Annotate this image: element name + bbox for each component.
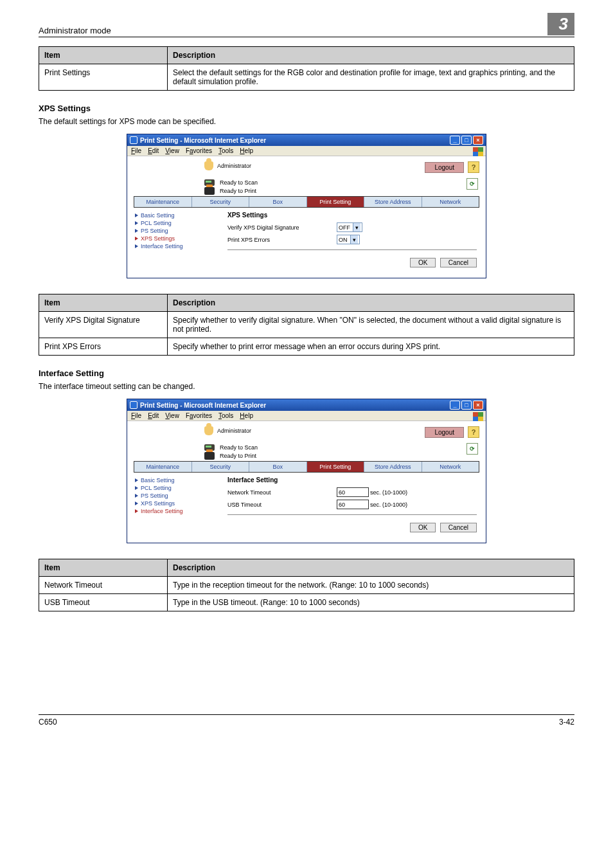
- tab-box[interactable]: Box: [249, 197, 307, 207]
- tab-maintenance[interactable]: Maintenance: [134, 462, 192, 472]
- tab-security[interactable]: Security: [192, 197, 250, 207]
- cell-item: Print XPS Errors: [39, 338, 168, 356]
- maximize-icon[interactable]: □: [461, 136, 472, 145]
- col-description: Description: [168, 47, 574, 64]
- chevron-right-icon: [135, 502, 138, 505]
- menu-view[interactable]: View: [165, 147, 179, 154]
- nav-pcl-setting[interactable]: PCL Setting: [134, 484, 224, 492]
- menu-file[interactable]: File: [131, 412, 141, 419]
- logout-button[interactable]: Logout: [425, 162, 464, 173]
- tab-security[interactable]: Security: [192, 462, 250, 472]
- refresh-button[interactable]: ⟳: [466, 443, 478, 455]
- cell-desc: Select the default settings for the RGB …: [168, 64, 574, 91]
- logout-button[interactable]: Logout: [425, 427, 464, 438]
- menu-tools[interactable]: Tools: [218, 412, 233, 419]
- panel-title: Interface Setting: [227, 476, 477, 484]
- chevron-down-icon: ▾: [350, 235, 358, 244]
- chevron-right-icon: [135, 478, 138, 482]
- help-button[interactable]: ?: [468, 161, 479, 173]
- chevron-right-icon: [135, 213, 138, 217]
- tab-bar: Maintenance Security Box Print Setting S…: [134, 461, 479, 473]
- col-item: Item: [39, 559, 168, 577]
- menu-favorites[interactable]: Favorites: [186, 147, 212, 154]
- refresh-button[interactable]: ⟳: [466, 178, 478, 190]
- ok-button[interactable]: OK: [410, 258, 436, 267]
- table-row: Print Settings Select the default settin…: [39, 64, 574, 91]
- nav-pcl-setting[interactable]: PCL Setting: [134, 219, 224, 227]
- printer-icon: [204, 452, 215, 460]
- close-icon[interactable]: ×: [473, 136, 483, 145]
- cancel-button[interactable]: Cancel: [440, 258, 477, 267]
- administrator-label: Administrator: [217, 163, 251, 169]
- user-icon: [204, 426, 213, 435]
- menu-favorites[interactable]: Favorites: [186, 412, 212, 419]
- browser-menubar: File Edit View Favorites Tools Help: [127, 411, 486, 421]
- col-description: Description: [168, 294, 574, 312]
- minimize-icon[interactable]: _: [450, 401, 460, 410]
- nav-interface-setting[interactable]: Interface Setting: [134, 242, 224, 250]
- nav-ps-setting[interactable]: PS Setting: [134, 492, 224, 500]
- tab-network[interactable]: Network: [422, 462, 479, 472]
- windows-logo-icon: [473, 147, 483, 156]
- table-row: Print XPS Errors Specify whether to prin…: [39, 338, 574, 356]
- chevron-right-icon: [135, 229, 138, 233]
- cell-desc: Type in the reception timeout for the ne…: [168, 577, 574, 594]
- nav-basic-setting[interactable]: Basic Setting: [134, 476, 224, 484]
- cell-item: Network Timeout: [39, 577, 168, 594]
- verify-signature-label: Verify XPS Digital Signature: [227, 224, 337, 231]
- user-icon: [204, 161, 213, 170]
- usb-timeout-input[interactable]: [337, 500, 369, 509]
- menu-help[interactable]: Help: [240, 147, 253, 154]
- tab-store-address[interactable]: Store Address: [364, 462, 422, 472]
- xps-settings-intro: The default settings for XPS mode can be…: [39, 117, 574, 126]
- minimize-icon[interactable]: _: [450, 136, 460, 145]
- cancel-button[interactable]: Cancel: [440, 523, 477, 532]
- print-xps-errors-select[interactable]: ON▾: [337, 235, 360, 244]
- cell-desc: Specify whether to print error message w…: [168, 338, 574, 356]
- nav-xps-settings[interactable]: XPS Settings: [134, 235, 224, 242]
- cell-item: USB Timeout: [39, 594, 168, 611]
- menu-view[interactable]: View: [165, 412, 179, 419]
- tab-maintenance[interactable]: Maintenance: [134, 197, 192, 207]
- close-icon[interactable]: ×: [473, 401, 483, 410]
- tab-network[interactable]: Network: [422, 197, 479, 207]
- tab-box[interactable]: Box: [249, 462, 307, 472]
- divider: [227, 249, 477, 250]
- menu-help[interactable]: Help: [240, 412, 253, 419]
- chevron-right-icon: [135, 237, 138, 240]
- menu-tools[interactable]: Tools: [218, 147, 233, 154]
- maximize-icon[interactable]: □: [461, 401, 472, 410]
- help-button[interactable]: ?: [468, 426, 479, 438]
- col-item: Item: [39, 47, 168, 64]
- usb-timeout-label: USB Timeout: [227, 502, 337, 508]
- menu-edit[interactable]: Edit: [148, 412, 159, 419]
- ok-button[interactable]: OK: [410, 523, 436, 532]
- page-header-mode: Administrator mode: [39, 26, 111, 35]
- tab-store-address[interactable]: Store Address: [364, 197, 422, 207]
- status-scan: Ready to Scan: [220, 444, 258, 451]
- cell-item: Print Settings: [39, 64, 168, 91]
- verify-signature-select[interactable]: OFF▾: [337, 222, 362, 232]
- menu-edit[interactable]: Edit: [148, 147, 159, 154]
- side-nav: Basic Setting PCL Setting PS Setting XPS…: [134, 475, 224, 534]
- usb-timeout-hint: sec. (10-1000): [370, 502, 407, 508]
- tab-print-setting[interactable]: Print Setting: [307, 197, 365, 207]
- nav-xps-settings[interactable]: XPS Settings: [134, 500, 224, 507]
- nav-ps-setting[interactable]: PS Setting: [134, 227, 224, 235]
- cell-desc: Specify whether to verify digital signat…: [168, 312, 574, 338]
- xps-settings-screenshot: Print Setting - Microsoft Internet Explo…: [127, 134, 486, 278]
- status-print: Ready to Print: [220, 188, 256, 194]
- print-xps-errors-label: Print XPS Errors: [227, 237, 337, 243]
- xps-settings-table: Item Description Verify XPS Digital Sign…: [39, 294, 574, 356]
- cell-item: Verify XPS Digital Signature: [39, 312, 168, 338]
- nav-basic-setting[interactable]: Basic Setting: [134, 212, 224, 219]
- network-timeout-input[interactable]: [337, 487, 369, 497]
- interface-setting-intro: The interface timeout setting can be cha…: [39, 382, 574, 391]
- printer-icon: [204, 187, 215, 195]
- chevron-right-icon: [135, 221, 138, 225]
- nav-interface-setting[interactable]: Interface Setting: [134, 507, 224, 515]
- table-row: USB Timeout Type in the USB timeout. (Ra…: [39, 594, 574, 611]
- status-scan: Ready to Scan: [220, 179, 258, 186]
- menu-file[interactable]: File: [131, 147, 141, 154]
- tab-print-setting[interactable]: Print Setting: [307, 462, 365, 472]
